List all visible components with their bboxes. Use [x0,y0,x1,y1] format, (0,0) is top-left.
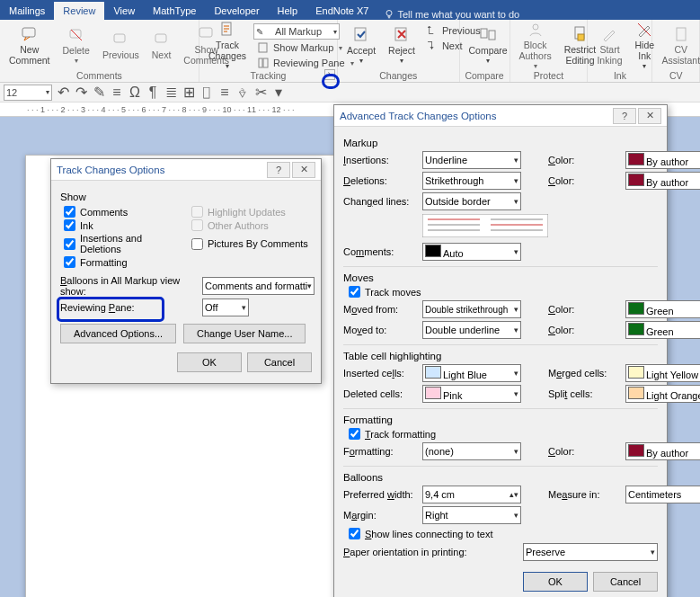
sel-moved-from[interactable]: Double strikethrough▾ [422,300,521,318]
sel-insertions-color[interactable]: By author▾ [625,151,700,169]
chk-show-lines[interactable]: Show lines connecting to text [349,528,658,539]
group-label-cv: CV [656,70,696,83]
start-inking-button[interactable]: Start Inking [591,22,627,70]
prev-change-icon: ⮤ [426,24,439,37]
track-changes-icon [218,21,236,39]
qat-icon[interactable]: ⎀ [235,85,250,100]
sel-deletions[interactable]: Strikethrough▾ [422,172,521,190]
tab-view[interactable]: View [104,2,144,20]
previous-comment-button[interactable]: Previous [97,22,145,70]
lbl-margin: Margin: [343,510,430,521]
group-comments: New Comment Delete ▾ Previous Next Show … [0,20,199,82]
close-button[interactable]: ✕ [638,108,661,124]
svg-rect-7 [259,43,267,52]
sel-deleted-cells[interactable]: Pink▾ [422,385,521,403]
dialog2-ok-button[interactable]: OK [523,572,588,592]
qat-icon[interactable]: ✎ [92,85,106,100]
balloons-select[interactable]: Comments and formatting▾ [202,277,315,295]
svg-rect-1 [22,28,35,37]
sel-formatting[interactable]: (none)▾ [422,442,521,460]
close-button[interactable]: ✕ [292,162,315,178]
sel-changed-lines[interactable]: Outside border▾ [422,192,521,210]
tab-developer[interactable]: Developer [205,2,268,20]
chk-pictures[interactable]: Pictures By Comments [191,233,312,254]
sel-merged-cells[interactable]: Light Yellow▾ [625,364,700,382]
qat-icon[interactable]: ↷ [74,85,88,100]
dialog1-cancel-button[interactable]: Cancel [247,352,312,372]
qat-icon[interactable]: ≡ [110,85,124,100]
lbl-insertions: Insertions: [343,155,430,165]
qat-icon[interactable]: ▾ [271,85,286,100]
sel-moved-to[interactable]: Double underline▾ [422,321,521,339]
qat-icon[interactable]: ↶ [56,85,70,100]
tell-me[interactable]: Tell me what you want to do [384,9,520,20]
group-compare: Compare▾ Compare [460,20,510,82]
qat-icon[interactable]: ≡ [217,85,232,100]
dialog1-ok-button[interactable]: OK [177,352,242,372]
svg-rect-13 [489,31,495,40]
svg-rect-3 [114,34,125,42]
dialog2-titlebar[interactable]: Advanced Track Changes Options ? ✕ [334,105,667,127]
chk-track-moves[interactable]: Track moves [349,286,658,298]
sel-measure-in[interactable]: Centimeters▾ [625,486,700,503]
show-markup-button[interactable]: Show Markup [253,40,358,55]
prev-icon [111,31,129,49]
reject-button[interactable]: Reject▾ [383,22,421,70]
block-authors-button[interactable]: Block Authors▾ [514,22,557,70]
dialog2-title: Advanced Track Changes Options [340,111,497,121]
compare-button[interactable]: Compare▾ [464,22,513,70]
lbl-color4: Color: [548,325,634,335]
dialog2-cancel-button[interactable]: Cancel [593,572,658,592]
chk-insertions-deletions[interactable]: Insertions and Deletions [64,233,184,254]
ribbon: New Comment Delete ▾ Previous Next Show … [0,20,700,83]
sel-margin[interactable]: Right▾ [422,506,521,524]
tab-mathtype[interactable]: MathType [144,2,205,20]
chk-comments[interactable]: Comments [64,206,184,218]
group-tracking: Track Changes ▾ ✎ All Markup▾ Show Marku… [199,20,338,82]
chk-formatting[interactable]: Formatting [64,256,184,268]
tab-help[interactable]: Help [269,2,307,20]
sel-formatting-color[interactable]: By author▾ [625,442,700,460]
dialog-titlebar[interactable]: Track Changes Options ? ✕ [51,159,321,181]
section-formatting: Formatting [343,414,658,425]
reviewing-pane-button[interactable]: Reviewing Pane [253,56,358,70]
tell-me-text: Tell me what you want to do [398,9,520,20]
sel-comments[interactable]: Auto▾ [422,243,521,261]
pencil-icon: ✎ [256,27,263,37]
tab-review[interactable]: Review [54,2,104,20]
sel-insertions[interactable]: Underline▾ [422,151,521,169]
sel-paper-orientation[interactable]: Preserve▾ [523,543,658,561]
track-changes-button[interactable]: Track Changes ▾ [203,22,252,70]
sel-inserted-cells[interactable]: Light Blue▾ [422,364,521,382]
sel-moved-to-color[interactable]: Green▾ [625,321,700,339]
change-user-name-button[interactable]: Change User Name... [183,324,306,343]
cv-assistant-button[interactable]: CV Assistant [656,22,700,70]
spin-preferred-width[interactable]: 9,4 cm▴▾ [422,486,521,503]
tracking-dialog-launcher[interactable]: ↘ [324,69,335,80]
display-for-review-select[interactable]: ✎ All Markup▾ [253,23,340,40]
qat-icon[interactable]: ⌷ [199,85,214,100]
delete-comment-button[interactable]: Delete ▾ [58,22,95,70]
tab-mailings[interactable]: Mailings [0,2,54,20]
lbl-inserted-cells: Inserted cells: [343,368,430,379]
chk-ink[interactable]: Ink [64,219,184,231]
sel-split-cells[interactable]: Light Orange▾ [625,385,700,403]
advanced-options-button[interactable]: Advanced Options... [60,324,176,343]
pane-select[interactable]: Off▾ [202,298,249,316]
dialog-title: Track Changes Options [57,165,164,175]
sel-moved-from-color[interactable]: Green▾ [625,300,700,318]
new-comment-button[interactable]: New Comment [4,22,56,70]
chk-track-formatting[interactable]: Track formatting [349,428,658,440]
qat-icon[interactable]: ¶ [146,85,160,100]
group-cv: CV Assistant CV [652,20,700,82]
sel-deletions-color[interactable]: By author▾ [625,172,700,190]
help-button[interactable]: ? [267,162,290,178]
tab-endnote[interactable]: EndNote X7 [306,2,377,20]
qat-icon[interactable]: ✂ [253,85,268,100]
qat-icon[interactable]: ⊞ [182,85,196,100]
qat-icon[interactable]: ≣ [164,85,178,100]
qat-icon[interactable]: Ω [128,85,142,100]
help-button[interactable]: ? [613,108,636,124]
next-comment-button[interactable]: Next [146,22,177,70]
font-size-select[interactable]: 12▾ [4,85,52,101]
